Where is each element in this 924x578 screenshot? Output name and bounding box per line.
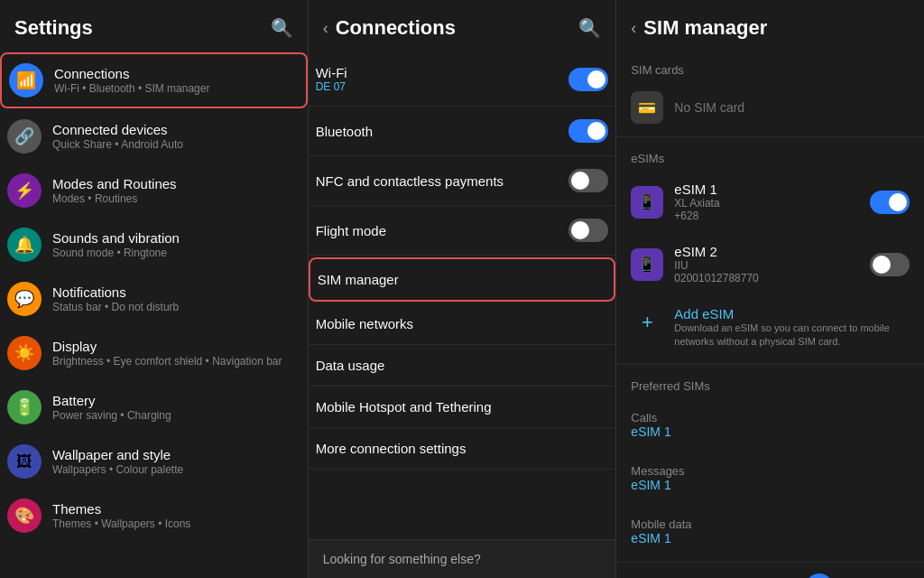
preferred-messages[interactable]: Messages eSIM 1 [616, 452, 924, 505]
settings-item-connections[interactable]: 📶 Connections Wi-Fi • Bluetooth • SIM ma… [0, 52, 308, 108]
add-esim-icon: + [631, 306, 663, 339]
more_connection-label: More connection settings [316, 441, 609, 456]
conn-item-nfc[interactable]: NFC and contactless payments [309, 156, 616, 206]
modes_routines-title: Modes and Routines [52, 176, 300, 191]
sounds-subtitle: Sound mode • Ringtone [52, 247, 300, 259]
no-sim-row: 💳 No SIM card [616, 82, 924, 133]
settings-header: Settings 🔍 [0, 0, 308, 52]
mobile_networks-label: Mobile networks [316, 316, 609, 331]
wifi-title: Wi-Fi [316, 65, 569, 80]
connected_devices-text: Connected devices Quick Share • Android … [52, 122, 300, 151]
preferred-calls[interactable]: Calls eSIM 1 [616, 398, 924, 452]
sim-back-arrow-icon[interactable]: ‹ [631, 19, 636, 38]
settings-item-wallpaper[interactable]: 🖼 Wallpaper and style Wallpapers • Colou… [0, 435, 308, 488]
conn-item-flight_mode[interactable]: Flight mode [309, 206, 616, 256]
conn-item-data_usage[interactable]: Data usage [309, 345, 616, 387]
hotspot-label: Mobile Hotspot and Tethering [316, 399, 609, 415]
sim-back: ‹ SIM manager [631, 16, 767, 40]
looking-bar[interactable]: Looking for something else? [309, 539, 616, 578]
connected_devices-subtitle: Quick Share • Android Auto [52, 138, 300, 151]
back-arrow-icon[interactable]: ‹ [323, 19, 328, 38]
connected_devices-icon: 🔗 [7, 119, 42, 154]
esim-item-esim2[interactable]: 📱 eSIM 2 IIU 02001012788770 [616, 233, 924, 295]
esim2-title: eSIM 2 [674, 244, 870, 259]
sounds-icon: 🔔 [7, 228, 42, 262]
conn-item-mobile_networks[interactable]: Mobile networks [309, 303, 616, 345]
sim-cards-label: SIM cards [616, 52, 924, 82]
add-esim-title: Add eSIM [674, 306, 910, 322]
wifi-toggle[interactable] [568, 68, 608, 91]
sim_manager-title: SIM manager [318, 272, 607, 287]
nfc-label: NFC and contactless payments [316, 173, 569, 189]
divider-1 [616, 136, 924, 137]
connections-list: Wi-Fi DE 07 Bluetooth NFC and contactles… [309, 52, 616, 539]
connections-subtitle: Wi-Fi • Bluetooth • SIM manager [54, 82, 299, 95]
preferred-mobile data[interactable]: Mobile data eSIM 1 [616, 505, 924, 558]
settings-item-sounds[interactable]: 🔔 Sounds and vibration Sound mode • Ring… [0, 219, 308, 271]
notifications-title: Notifications [52, 284, 300, 300]
preferred-item: Calls eSIM 1 [631, 406, 910, 444]
preferred-sims-label: Preferred SIMs [616, 368, 924, 398]
esim1-text: eSIM 1 XL Axiata +628 [674, 182, 870, 222]
connections-search-icon[interactable]: 🔍 [578, 17, 601, 39]
settings-item-themes[interactable]: 🎨 Themes Themes • Wallpapers • Icons [0, 489, 308, 542]
settings-search-icon[interactable]: 🔍 [271, 17, 293, 39]
themes-text: Themes Themes • Wallpapers • Icons [52, 501, 300, 530]
esim2-number: 02001012788770 [674, 272, 870, 284]
no-sim-text: No SIM card [674, 100, 744, 115]
data_usage-label: Data usage [316, 358, 609, 373]
connections-header: ‹ Connections 🔍 [309, 0, 616, 52]
divider-2 [616, 364, 924, 365]
esim1-number: +628 [674, 210, 870, 222]
themes-title: Themes [52, 501, 300, 517]
settings-item-display[interactable]: ☀️ Display Brightness • Eye comfort shie… [0, 327, 308, 379]
preferred-value: eSIM 1 [631, 531, 910, 545]
sim-header: ‹ SIM manager [616, 0, 924, 52]
add-esim-item[interactable]: + Add eSIM Download an eSIM so you can c… [616, 295, 924, 360]
conn-item-bluetooth[interactable]: Bluetooth [309, 107, 616, 156]
wallpaper-title: Wallpaper and style [52, 447, 300, 462]
hotspot-title: Mobile Hotspot and Tethering [316, 399, 609, 415]
preferred-item: Messages eSIM 1 [631, 459, 910, 498]
add-esim-text: Add eSIM Download an eSIM so you can con… [674, 306, 910, 350]
conn-item-wifi[interactable]: Wi-Fi DE 07 [309, 52, 616, 107]
conn-item-sim_manager[interactable]: SIM manager [309, 257, 616, 302]
add-esim-desc: Download an eSIM so you can connect to m… [674, 322, 910, 350]
settings-item-modes_routines[interactable]: ⚡ Modes and Routines Modes • Routines [0, 164, 308, 217]
esim-item-esim1[interactable]: 📱 eSIM 1 XL Axiata +628 [616, 171, 924, 233]
notifications-icon: 💬 [7, 282, 42, 316]
themes-subtitle: Themes • Wallpapers • Icons [52, 517, 300, 530]
nfc-toggle[interactable] [568, 169, 608, 192]
esim2-toggle[interactable] [870, 253, 910, 276]
watermark-logo: C [805, 573, 834, 578]
flight_mode-toggle[interactable] [568, 219, 608, 242]
display-text: Display Brightness • Eye comfort shield … [52, 339, 300, 368]
battery-title: Battery [52, 393, 300, 408]
settings-item-battery[interactable]: 🔋 Battery Power saving • Charging [0, 381, 308, 434]
conn-item-hotspot[interactable]: Mobile Hotspot and Tethering [309, 387, 616, 428]
sim-manager-panel: ‹ SIM manager SIM cards 💳 No SIM card eS… [616, 0, 924, 578]
esim2-icon: 📱 [631, 248, 663, 281]
esim1-carrier: XL Axiata [674, 197, 870, 210]
connections-title: Connections [336, 16, 456, 40]
preferred-value: eSIM 1 [631, 424, 910, 439]
more_connection-title: More connection settings [316, 441, 609, 456]
settings-item-connected_devices[interactable]: 🔗 Connected devices Quick Share • Androi… [0, 110, 308, 163]
wallpaper-icon: 🖼 [7, 444, 42, 479]
bluetooth-title: Bluetooth [316, 124, 569, 139]
sounds-text: Sounds and vibration Sound mode • Ringto… [52, 230, 300, 259]
bluetooth-toggle[interactable] [568, 119, 608, 143]
sim-content: SIM cards 💳 No SIM card eSIMs 📱 eSIM 1 X… [616, 52, 924, 578]
battery-icon: 🔋 [7, 390, 42, 424]
esim1-toggle[interactable] [870, 191, 910, 214]
connections-text: Connections Wi-Fi • Bluetooth • SIM mana… [54, 66, 299, 95]
conn-item-more_connection[interactable]: More connection settings [309, 428, 616, 470]
preferred-label: Calls [631, 411, 910, 424]
esim1-title: eSIM 1 [674, 182, 870, 197]
connections-back: ‹ Connections [323, 16, 456, 40]
preferred-label: Messages [631, 464, 910, 478]
settings-item-notifications[interactable]: 💬 Notifications Status bar • Do not dist… [0, 273, 308, 325]
battery-subtitle: Power saving • Charging [52, 409, 300, 422]
preferred-value: eSIM 1 [631, 478, 910, 492]
flight_mode-title: Flight mode [316, 223, 569, 238]
